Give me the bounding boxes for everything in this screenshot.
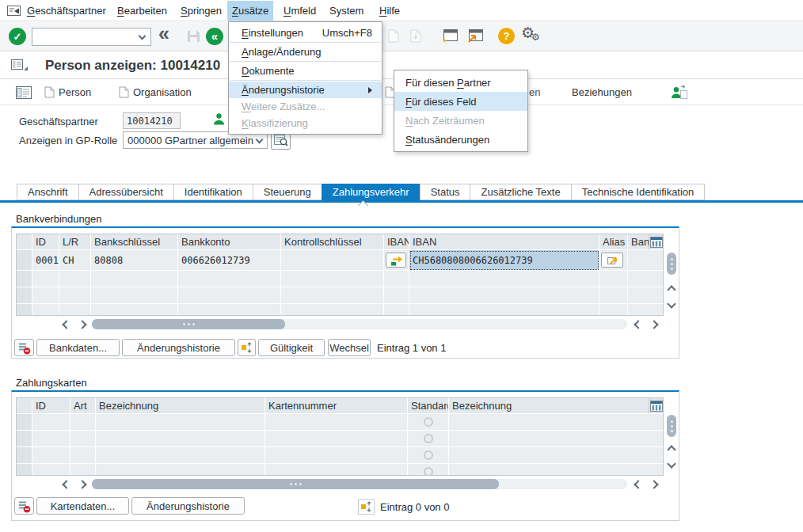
organisation-button[interactable]: Organisation	[133, 86, 192, 98]
bank-entry-nav-button[interactable]	[238, 339, 256, 356]
menu-hilfe[interactable]: Hilfe	[375, 1, 405, 21]
cell-lr[interactable]: CH	[59, 250, 91, 271]
cards-hscroll-thumb[interactable]	[92, 479, 499, 489]
cards-table: ID Art Bezeichnung Kartennummer Standard…	[16, 397, 664, 476]
alias-button[interactable]	[601, 253, 623, 268]
standard-radio[interactable]	[424, 434, 433, 443]
cards-vscroll-thumb[interactable]	[667, 415, 676, 437]
gueltigkeit-button[interactable]: Gültigkeit	[258, 339, 325, 356]
standard-radio[interactable]	[424, 417, 433, 427]
partially-hidden-button-label[interactable]: en	[529, 86, 540, 98]
help-button[interactable]: ?	[498, 28, 515, 44]
cards-col-standard[interactable]: Standard	[408, 398, 449, 414]
tab-technische-identifikation[interactable]: Technische Identifikation	[571, 184, 706, 200]
command-field[interactable]	[32, 28, 151, 46]
menu-geschaeftspartner[interactable]: Geschäftspartner	[22, 1, 111, 21]
bank-col-bankkonto[interactable]: Bankkonto	[178, 234, 281, 250]
system-menu-icon[interactable]	[7, 6, 21, 18]
iban-detail-button[interactable]	[386, 253, 406, 268]
cell-bank[interactable]	[628, 250, 664, 271]
menuitem-nach-zeitraeumen[interactable]: Nach Zeiträumen	[394, 111, 527, 130]
standard-radio[interactable]	[424, 450, 433, 460]
entry-nav-icon	[241, 341, 253, 354]
menuitem-dokumente[interactable]: Dokumente	[229, 63, 382, 79]
title-menu-icon[interactable]	[11, 59, 28, 74]
exit-button[interactable]: «	[206, 28, 223, 45]
menuitem-label: Nach Zeiträumen	[405, 115, 485, 127]
back-icon[interactable]: «	[158, 22, 169, 45]
menu-umfeld[interactable]: Umfeld	[279, 1, 321, 21]
menuitem-einstellungen[interactable]: EinstellungenUmsch+F8	[229, 25, 382, 41]
bank-vscroll-thumb[interactable]	[667, 253, 676, 275]
menuitem-label: Dokumente	[242, 65, 294, 77]
organisation-page-icon[interactable]	[119, 86, 129, 101]
cards-col-id[interactable]: ID	[32, 398, 70, 414]
bank-delete-row-button[interactable]	[14, 339, 34, 356]
cards-col-select[interactable]	[17, 398, 32, 414]
menuitem-fuer-dieses-feld[interactable]: Für dieses Feld	[394, 92, 527, 111]
menuitem-weitere-zusaetze[interactable]: Weitere Zusätze...	[229, 98, 382, 115]
menuitem-klassifizierung[interactable]: Klassifizierung	[229, 115, 382, 131]
tab-adressuebersicht[interactable]: Adressübersicht	[78, 184, 174, 200]
bank-col-kontrollschluessel[interactable]: Kontrollschlüssel	[281, 234, 384, 250]
bank-col-bankschluessel[interactable]: Bankschlüssel	[91, 234, 178, 250]
cards-table-config-button[interactable]	[649, 398, 663, 413]
cards-col-kartennummer[interactable]: Kartennummer	[265, 398, 408, 414]
bank-table-config-button[interactable]	[649, 234, 663, 249]
menuitem-anlage-aenderung[interactable]: Anlage/Änderung	[229, 44, 382, 60]
cell-iban-button	[384, 250, 409, 271]
tab-status[interactable]: Status	[420, 184, 471, 200]
tab-steuerung[interactable]: Steuerung	[253, 184, 322, 200]
cell-alias	[599, 250, 628, 271]
person-page-icon[interactable]	[44, 86, 55, 101]
bank-col-select[interactable]	[17, 234, 32, 250]
menuitem-statusaenderungen[interactable]: Statusänderungen	[394, 130, 527, 149]
locator-icon[interactable]	[16, 86, 32, 101]
bank-col-id[interactable]: ID	[32, 234, 59, 250]
create-shortcut-icon[interactable]	[466, 29, 483, 46]
cell-bankkonto[interactable]: 006626012739	[178, 250, 281, 271]
new-session-icon[interactable]	[440, 29, 458, 46]
cards-col-art[interactable]: Art	[70, 398, 96, 414]
bank-col-iban-btn[interactable]: IBAN	[384, 234, 409, 250]
tab-anschrift[interactable]: Anschrift	[17, 184, 79, 200]
cell-kontrollschluessel[interactable]	[281, 250, 384, 271]
menu-springen[interactable]: Springen	[176, 1, 226, 21]
menu-bearbeiten[interactable]: Bearbeiten	[112, 1, 172, 21]
cards-col-bezeichnung[interactable]: Bezeichnung	[96, 398, 265, 414]
cards-entry-status: Eintrag 0 von 0	[380, 501, 449, 513]
menuitem-aenderungshistorie[interactable]: Änderungshistorie	[229, 82, 382, 98]
bank-hscroll-thumb[interactable]	[92, 319, 285, 329]
geschaeftspartner-field[interactable]: 10014210	[123, 112, 181, 129]
person-button[interactable]: Person	[59, 86, 91, 98]
standard-radio[interactable]	[424, 467, 433, 476]
cell-bankschluessel[interactable]: 80808	[91, 250, 178, 271]
switch-partner-person-icon[interactable]	[670, 84, 687, 102]
cards-delete-row-button[interactable]	[14, 497, 34, 515]
bank-col-lr[interactable]: L/R	[59, 234, 91, 250]
enter-button[interactable]: ✓	[9, 28, 26, 45]
row-selector[interactable]	[17, 250, 32, 271]
menu-zusaetze[interactable]: Zusätze	[227, 1, 273, 21]
beziehungen-button[interactable]: Beziehungen	[572, 86, 632, 98]
bank-aenderungshistorie-button[interactable]: Änderungshistorie	[122, 339, 235, 356]
cards-entry-nav-button[interactable]	[358, 499, 375, 515]
cards-aenderungshistorie-button[interactable]: Änderungshistorie	[131, 497, 245, 515]
chevron-down-icon	[139, 32, 147, 40]
bank-col-iban[interactable]: IBAN	[409, 234, 599, 250]
cell-iban-value[interactable]: CH5680808006626012739	[409, 250, 599, 271]
tab-identifikation[interactable]: Identifikation	[173, 184, 253, 200]
bankdaten-button[interactable]: Bankdaten...	[36, 339, 120, 356]
wechsel-button[interactable]: Wechsel	[328, 339, 371, 356]
menu-system[interactable]: System	[325, 1, 368, 21]
kartendaten-button[interactable]: Kartendaten...	[36, 497, 129, 515]
aenderungshistorie-submenu: Für diesen Partner Für dieses Feld Nach …	[394, 70, 528, 152]
cards-col-bezeichnung2[interactable]: Bezeichnung	[449, 398, 664, 414]
tab-zusaetzliche-texte[interactable]: Zusätzliche Texte	[470, 184, 571, 200]
page-download-icon	[410, 29, 421, 45]
table-search-icon	[274, 134, 288, 146]
menuitem-fuer-diesen-partner[interactable]: Für diesen Partner	[394, 73, 527, 92]
bank-col-alias[interactable]: Alias	[599, 234, 628, 250]
cell-id[interactable]: 0001	[32, 250, 59, 271]
tab-zahlungsverkehr[interactable]: Zahlungsverkehr	[322, 184, 421, 200]
